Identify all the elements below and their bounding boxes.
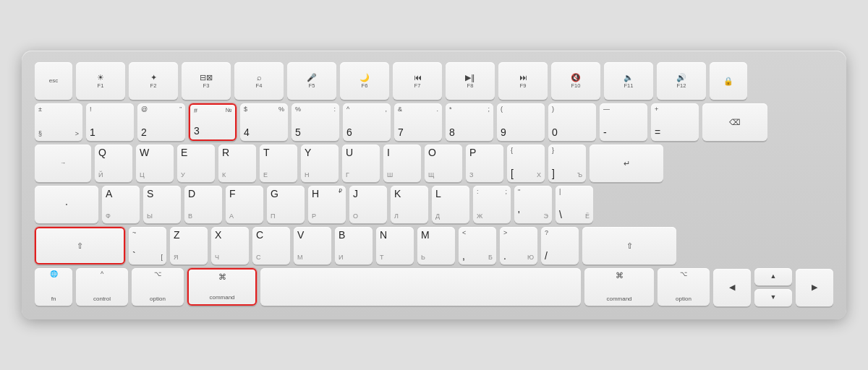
key-f6[interactable]: 🌙 F6 [340, 62, 389, 100]
qwerty-row: → Q Й W Ц E У R К [35, 145, 833, 182]
key-f5[interactable]: 🎤 F5 [287, 62, 336, 100]
key-f3[interactable]: ⊟⊠ F3 [182, 62, 231, 100]
key-2[interactable]: @ " 2 [137, 103, 185, 141]
key-d[interactable]: D В [184, 186, 222, 223]
key-f[interactable]: F А [226, 186, 263, 223]
key-h[interactable]: H ₽ Р [308, 186, 346, 223]
key-a[interactable]: A Ф [102, 186, 140, 223]
key-comma[interactable]: < , Б [459, 227, 496, 264]
zxcv-row: ⇧ ~ ` [ Z Я X Ч C [35, 227, 833, 264]
key-f1[interactable]: ☀ F1 [76, 62, 125, 100]
key-f10[interactable]: 🔇 F10 [551, 62, 600, 100]
keyboard: esc ☀ F1 ✦ F2 ⊟⊠ F3 ⌕ F4 [22, 51, 846, 319]
function-row: esc ☀ F1 ✦ F2 ⊟⊠ F3 ⌕ F4 [35, 62, 833, 100]
key-fn[interactable]: 🌐 fn [35, 268, 72, 306]
key-s[interactable]: S Ы [143, 186, 181, 223]
key-9[interactable]: ( 9 [497, 103, 545, 141]
key-option-left[interactable]: ⌥ option [132, 268, 184, 306]
key-p[interactable]: P З [466, 145, 503, 182]
key-quote[interactable]: " ' Э [514, 186, 552, 223]
key-backspace[interactable]: ⌫ [702, 103, 767, 141]
key-8[interactable]: * ; 8 [446, 103, 493, 141]
asdf-row: • A Ф S Ы D В F А [35, 186, 833, 223]
key-f12[interactable]: 🔊 F12 [657, 62, 706, 100]
key-semicolon[interactable]: : ; Ж [473, 186, 511, 223]
key-q[interactable]: Q Й [95, 145, 132, 182]
key-b[interactable]: B И [335, 227, 373, 264]
key-enter[interactable]: ↵ [590, 145, 663, 182]
key-l[interactable]: L Д [432, 186, 469, 223]
key-backtick[interactable]: ± § > [35, 103, 82, 141]
key-arrow-down[interactable]: ▼ [754, 289, 792, 306]
key-slash[interactable]: ? / [541, 227, 579, 264]
key-rbracket[interactable]: } ] Ъ [548, 145, 586, 182]
key-space[interactable] [260, 268, 581, 306]
key-f8[interactable]: ▶‖ F8 [446, 62, 495, 100]
key-7[interactable]: & . 7 [394, 103, 442, 141]
key-c[interactable]: C С [252, 227, 290, 264]
key-i[interactable]: I Ш [383, 145, 421, 182]
key-n[interactable]: N Т [376, 227, 414, 264]
key-5[interactable]: % : 5 [292, 103, 339, 141]
key-o[interactable]: O Щ [425, 145, 462, 182]
key-f4[interactable]: ⌕ F4 [234, 62, 284, 100]
key-arrow-up[interactable]: ▲ [754, 268, 792, 285]
key-t[interactable]: T Е [260, 145, 297, 182]
key-w[interactable]: W Ц [136, 145, 174, 182]
key-caps[interactable]: • [35, 186, 98, 223]
key-1[interactable]: ! 1 [86, 103, 134, 141]
key-6[interactable]: ^ , 6 [343, 103, 391, 141]
key-minus[interactable]: — - [600, 103, 647, 141]
number-row: ± § > ! 1 @ " 2 [35, 103, 833, 141]
key-equals[interactable]: + = [651, 103, 699, 141]
key-lbracket[interactable]: { [ Х [507, 145, 545, 182]
key-v[interactable]: V М [294, 227, 331, 264]
key-command-right[interactable]: ⌘ command [584, 268, 654, 306]
key-tilde[interactable]: ~ ` [ [129, 227, 166, 264]
key-lock[interactable]: 🔒 [710, 62, 747, 100]
key-arrow-left[interactable]: ◀ [713, 269, 751, 306]
key-shift-left[interactable]: ⇧ [35, 227, 125, 264]
key-z[interactable]: Z Я [170, 227, 208, 264]
key-f11[interactable]: 🔈 F11 [604, 62, 653, 100]
key-control[interactable]: ^ control [76, 268, 128, 306]
key-tab[interactable]: → [35, 145, 91, 182]
key-m[interactable]: M Ь [417, 227, 455, 264]
key-backslash[interactable]: | \ Ё [556, 186, 593, 223]
key-u[interactable]: U Г [342, 145, 380, 182]
key-k[interactable]: K Л [391, 186, 428, 223]
key-3[interactable]: # № 3 [189, 103, 237, 141]
key-y[interactable]: Y Н [301, 145, 339, 182]
key-arrow-right[interactable]: ▶ [796, 269, 833, 306]
key-r[interactable]: R К [218, 145, 256, 182]
key-esc[interactable]: esc [35, 62, 72, 100]
key-0[interactable]: ) 0 [548, 103, 596, 141]
key-x[interactable]: X Ч [211, 227, 249, 264]
key-f2[interactable]: ✦ F2 [129, 62, 178, 100]
key-j[interactable]: J О [349, 186, 387, 223]
key-shift-right[interactable]: ⇧ [582, 227, 676, 264]
key-f7[interactable]: ⏮ F7 [393, 62, 442, 100]
key-period[interactable]: > . Ю [500, 227, 537, 264]
key-f9[interactable]: ⏭ F9 [498, 62, 548, 100]
bottom-row: 🌐 fn ^ control ⌥ option ⌘ [35, 268, 833, 306]
key-command[interactable]: ⌘ command [187, 268, 257, 306]
key-g[interactable]: G П [267, 186, 305, 223]
key-4[interactable]: $ % 4 [240, 103, 288, 141]
key-option-right[interactable]: ⌥ option [658, 268, 710, 306]
key-e[interactable]: E У [177, 145, 215, 182]
